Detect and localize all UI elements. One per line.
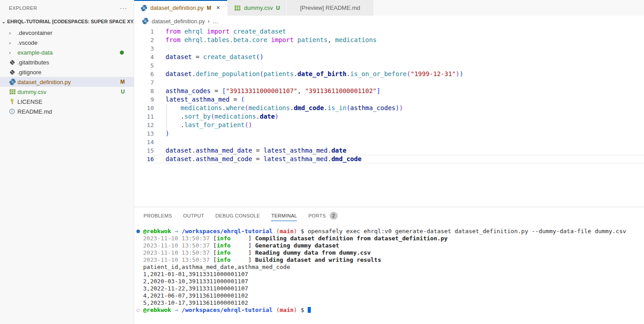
vscode-window: EXPLORER ··· ⌄ EHRQL-TUTORIAL [CODESPACE… [0, 0, 644, 324]
code-text: dataset.asthma_med_date = latest_asthma_… [154, 146, 644, 155]
code-line-6[interactable]: 6dataset.define_population(patients.date… [134, 70, 644, 78]
python-icon [140, 4, 148, 12]
terminal-line: patient_id,asthma_med_date,asthma_med_co… [134, 264, 644, 271]
terminal-line: 2023-11-10 13:50:37 [info ] Building dat… [134, 256, 644, 264]
file-item-devcontainer[interactable]: ›.devcontainer [0, 28, 134, 38]
file-label: LICENSE [17, 98, 42, 105]
line-number: 11 [134, 112, 154, 121]
code-line-10[interactable]: 10 medications.where(medications.dmd_cod… [134, 104, 644, 112]
file-label: .gitattributes [17, 59, 49, 66]
file-item-readme-md[interactable]: README.md [0, 107, 134, 116]
file-item-gitattributes[interactable]: .gitattributes [0, 57, 134, 67]
code-text [154, 78, 644, 87]
line-number: 15 [134, 146, 154, 155]
terminal-line: 5,2023-10-17,39113611000001102 [134, 299, 644, 307]
terminal-line: @rebkwok → /workspaces/ehrql-tutorial (m… [134, 228, 644, 235]
tab-preview-readme-md[interactable]: [Preview] README.md [287, 0, 374, 16]
code-line-12[interactable]: 12 .last_for_patient() [134, 121, 644, 129]
code-line-15[interactable]: 15dataset.asthma_med_date = latest_asthm… [134, 146, 644, 155]
terminal-line: 4,2021-06-07,39113611000001102 [134, 292, 644, 299]
ports-count-badge: 2 [330, 212, 338, 220]
more-actions-icon[interactable]: ··· [120, 4, 127, 12]
terminal-line: 2,2020-03-10,39113311000001107 [134, 278, 644, 285]
file-item-dummy-csv[interactable]: dummy.csvU [0, 87, 134, 97]
git-status-badge: U [121, 89, 125, 95]
code-text: dataset.define_population(patients.date_… [154, 70, 644, 78]
line-number: 5 [134, 61, 154, 70]
code-line-16[interactable]: 16dataset.asthma_med_code = latest_asthm… [134, 155, 644, 163]
breadcrumb-more: … [212, 18, 218, 25]
breadcrumb-file: dataset_definition.py [152, 18, 205, 25]
git-status-badge: M [120, 79, 125, 85]
line-number: 16 [134, 155, 154, 163]
line-number: 1 [134, 27, 154, 36]
file-item-license[interactable]: LICENSE [0, 97, 134, 107]
code-line-8[interactable]: 8asthma_codes = ["39113311000001107", "3… [134, 87, 644, 95]
code-line-4[interactable]: 4dataset = create_dataset() [134, 53, 644, 61]
code-line-9[interactable]: 9latest_asthma_med = ( [134, 95, 644, 104]
panel-tab-debug-console[interactable]: DEBUG CONSOLE [216, 207, 260, 224]
code-text: from ehrql import create_dataset [154, 27, 644, 36]
code-line-1[interactable]: 1from ehrql import create_dataset [134, 27, 644, 36]
code-text: ) [154, 129, 644, 138]
code-text: dataset.asthma_med_code = latest_asthma_… [154, 155, 644, 163]
code-line-11[interactable]: 11 .sort_by(medications.date) [134, 112, 644, 121]
workspace-section-header[interactable]: ⌄ EHRQL-TUTORIAL [CODESPACES: SUPER SPAC… [0, 16, 134, 27]
file-label: .gitignore [17, 69, 41, 76]
terminal-line: 1,2021-01-01,39113311000001107 [134, 271, 644, 278]
panel-tab-label: OUTPUT [183, 213, 204, 218]
python-icon [9, 78, 17, 85]
panel-tab-label: TERMINAL [271, 213, 297, 218]
line-number: 9 [134, 95, 154, 104]
panel-tab-ports[interactable]: PORTS2 [308, 207, 337, 224]
code-line-2[interactable]: 2from ehrql.tables.beta.core import pati… [134, 36, 644, 44]
code-text: from ehrql.tables.beta.core import patie… [154, 36, 644, 44]
file-label: .devcontainer [17, 30, 52, 36]
line-number: 4 [134, 53, 154, 61]
chevron-right-icon: › [208, 17, 210, 25]
terminal[interactable]: @rebkwok → /workspaces/ehrql-tutorial (m… [134, 224, 644, 324]
panel-tab-label: PROBLEMS [144, 213, 172, 218]
line-number: 6 [134, 70, 154, 78]
code-line-14[interactable]: 14 [134, 138, 644, 146]
explorer-header: EXPLORER ··· [0, 0, 134, 16]
code-text: .sort_by(medications.date) [154, 112, 644, 121]
file-item-gitignore[interactable]: .gitignore [0, 67, 134, 77]
license-icon [9, 98, 17, 105]
panel-tab-terminal[interactable]: TERMINAL [271, 207, 297, 224]
panel-tab-bar: PROBLEMSOUTPUTDEBUG CONSOLETERMINALPORTS… [134, 207, 644, 224]
file-item-example-data[interactable]: ›example-data [0, 47, 134, 57]
code-text: .last_for_patient() [154, 121, 644, 129]
code-editor[interactable]: 1from ehrql import create_dataset2from e… [134, 26, 644, 207]
panel-tab-problems[interactable]: PROBLEMS [144, 207, 172, 224]
code-text: dataset = create_dataset() [154, 53, 644, 61]
code-line-5[interactable]: 5 [134, 61, 644, 70]
code-line-7[interactable]: 7 [134, 78, 644, 87]
line-number: 2 [134, 36, 154, 44]
chevron-right-icon: › [9, 49, 17, 56]
terminal-line: 3,2022-11-22,39113311000001107 [134, 285, 644, 292]
tab-label: dataset_definition.py [150, 4, 203, 11]
file-item-dataset-definition-py[interactable]: dataset_definition.pyM [0, 77, 134, 87]
tab-label: dummy.csv [244, 4, 273, 11]
panel-tab-output[interactable]: OUTPUT [183, 207, 204, 224]
code-line-3[interactable]: 3 [134, 44, 644, 53]
csv-icon [9, 88, 17, 95]
indent-guide [166, 104, 167, 129]
terminal-line: 2023-11-10 13:50:37 [info ] Compiling da… [134, 235, 644, 242]
code-text [154, 44, 644, 53]
code-text [154, 61, 644, 70]
info-icon [9, 108, 17, 115]
code-text: asthma_codes = ["39113311000001107", "39… [154, 87, 644, 95]
close-icon[interactable]: ✕ [215, 4, 221, 11]
csv-icon [234, 4, 241, 12]
code-text: medications.where(medications.dmd_code.i… [154, 104, 644, 112]
chevron-down-icon: ⌄ [0, 19, 7, 24]
code-line-13[interactable]: 13) [134, 129, 644, 138]
tab-dataset-definition-py[interactable]: dataset_definition.pyM✕ [134, 0, 228, 16]
command-prompt-decoration-icon[interactable] [136, 309, 140, 312]
tab-dummy-csv[interactable]: dummy.csvU [228, 0, 286, 16]
breadcrumb[interactable]: dataset_definition.py › … [134, 16, 644, 26]
command-executed-decoration-icon[interactable] [136, 230, 140, 233]
file-item-vscode[interactable]: ›.vscode [0, 38, 134, 47]
